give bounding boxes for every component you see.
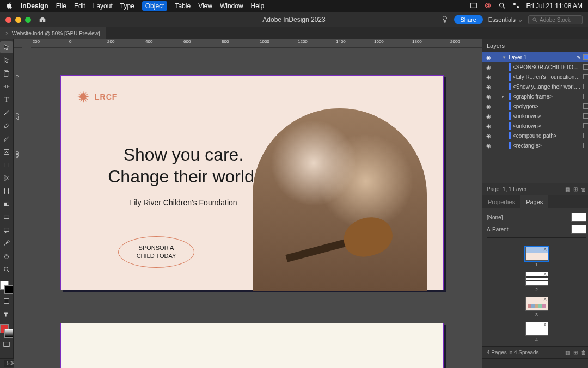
type-tool[interactable] [0,94,13,106]
layer-item[interactable]: ◉<unknown> [482,111,588,121]
menubar-box-icon[interactable] [470,2,477,11]
close-window-icon[interactable] [5,17,11,23]
line-tool[interactable] [0,107,13,119]
visibility-toggle-icon[interactable]: ◉ [485,103,492,109]
visibility-toggle-icon[interactable]: ◉ [485,94,492,100]
selection-tool[interactable] [0,41,13,53]
gradient-feather-tool[interactable] [0,211,13,223]
gradient-swatch-tool[interactable] [0,198,13,210]
close-tab-icon[interactable]: × [5,30,9,36]
master-none-row[interactable]: [None] [487,211,586,223]
horizontal-ruler[interactable]: -200 0 200 400 600 800 1000 1200 1400 16… [31,39,482,48]
menu-type[interactable]: Type [120,2,134,10]
apple-menu-icon[interactable] [5,2,13,11]
visibility-toggle-icon[interactable]: ◉ [485,64,492,70]
page-thumb-4[interactable]: A [525,322,548,336]
selection-indicator[interactable] [583,74,588,79]
menu-edit[interactable]: Edit [74,2,85,10]
document-tab[interactable]: × Website.indd @ 50% [GPU Preview] [0,27,106,39]
menu-object[interactable]: Object [142,1,168,11]
ruler-origin[interactable] [14,39,22,48]
delete-layer-icon[interactable]: 🗑 [581,186,586,192]
app-name[interactable]: InDesign [21,2,48,10]
note-tool[interactable] [0,224,13,236]
menu-file[interactable]: File [56,2,66,10]
layer-item[interactable]: ◉<rectangle> [482,140,588,150]
master-a-row[interactable]: A-Parent [487,223,586,235]
page-thumb-2[interactable]: A [525,272,548,286]
visibility-toggle-icon[interactable]: ◉ [485,54,492,60]
selection-indicator[interactable] [583,54,588,60]
selection-indicator[interactable] [583,94,588,99]
page-2-artboard-peek[interactable] [60,323,444,368]
layer-item[interactable]: ◉<SPONSOR ACHILD TODAY> [482,62,588,72]
menu-help[interactable]: Help [251,2,265,10]
free-transform-tool[interactable] [0,185,13,197]
share-button[interactable]: Share [454,15,483,24]
fill-stroke-swatches[interactable] [0,281,13,294]
visibility-toggle-icon[interactable]: ◉ [485,143,492,149]
page-1-artboard[interactable]: LRCF Show you care.Change their world. L… [60,75,444,290]
zoom-tool[interactable] [0,263,13,275]
workspace-switcher[interactable]: Essentials⌄ [488,16,523,23]
selection-indicator[interactable] [583,123,588,128]
layer-item[interactable]: ◉<polygon> [482,101,588,111]
pencil-tool[interactable] [0,133,13,145]
new-page-icon[interactable]: ⊞ [573,349,578,355]
layer-item[interactable]: ◉<unknown> [482,121,588,131]
formatting-text-icon[interactable]: T [0,308,13,320]
page-thumb-3[interactable]: A [525,297,548,311]
page-tool[interactable] [0,68,13,79]
new-sublayer-icon[interactable]: ⊞ [573,186,578,192]
control-center-icon[interactable] [512,2,520,11]
direct-selection-tool[interactable] [0,54,13,66]
hand-tool[interactable] [0,250,13,262]
layers-panel-tab[interactable]: Layers ≡ [482,39,588,52]
menu-table[interactable]: Table [175,2,191,10]
screen-mode-icon[interactable] [0,339,13,351]
disclosure-triangle-icon[interactable]: ▼ [502,55,506,60]
rectangle-tool[interactable] [0,159,13,171]
spotlight-icon[interactable] [498,2,506,11]
eyedropper-tool[interactable] [0,237,13,249]
rectangle-frame-tool[interactable] [0,146,13,158]
selection-indicator[interactable] [583,103,588,109]
pen-tool[interactable] [0,120,13,132]
menu-view[interactable]: View [198,2,212,10]
maximize-window-icon[interactable] [25,17,31,23]
layer-item[interactable]: ◉▸<graphic frame> [482,91,588,101]
tab-pages[interactable]: Pages [520,195,548,208]
adobe-stock-search[interactable]: Adobe Stock [528,15,583,24]
scissors-tool[interactable] [0,172,13,184]
apply-color-swatches[interactable] [0,324,13,338]
selection-indicator[interactable] [583,84,588,89]
home-button[interactable] [39,15,46,24]
layer-item[interactable]: ◉<Show y...ange their worl...> [482,82,588,91]
visibility-toggle-icon[interactable]: ◉ [485,74,492,80]
panel-menu-icon[interactable]: ≡ [583,42,586,49]
minimize-window-icon[interactable] [15,17,21,23]
menubar-datetime[interactable]: Fri Jul 21 11:08 AM [526,2,583,10]
visibility-toggle-icon[interactable]: ◉ [485,84,492,90]
delete-page-icon[interactable]: 🗑 [581,349,586,355]
selection-indicator[interactable] [583,133,588,138]
new-layer-icon[interactable]: ▦ [565,186,570,192]
visibility-toggle-icon[interactable]: ◉ [485,123,492,129]
visibility-toggle-icon[interactable]: ◉ [485,133,492,139]
layer-item[interactable]: ◉<Lily R...ren's Foundation...> [482,72,588,82]
disclosure-triangle-icon[interactable]: ▸ [502,94,506,99]
tips-lightbulb-icon[interactable] [441,15,449,24]
selection-indicator[interactable] [583,113,588,119]
menu-window[interactable]: Window [220,2,243,10]
vertical-ruler[interactable]: 0 200 400 [14,48,22,368]
menu-layout[interactable]: Layout [93,2,113,10]
selection-indicator[interactable] [583,64,588,70]
menubar-cc-icon[interactable] [484,2,492,11]
page-thumb-1[interactable]: A [525,247,548,261]
selection-indicator[interactable] [583,143,588,148]
tab-properties[interactable]: Properties [482,195,520,208]
edit-page-size-icon[interactable]: ▥ [565,349,570,355]
formatting-container-icon[interactable] [0,295,13,307]
traffic-lights[interactable] [5,17,31,23]
visibility-toggle-icon[interactable]: ◉ [485,113,492,119]
